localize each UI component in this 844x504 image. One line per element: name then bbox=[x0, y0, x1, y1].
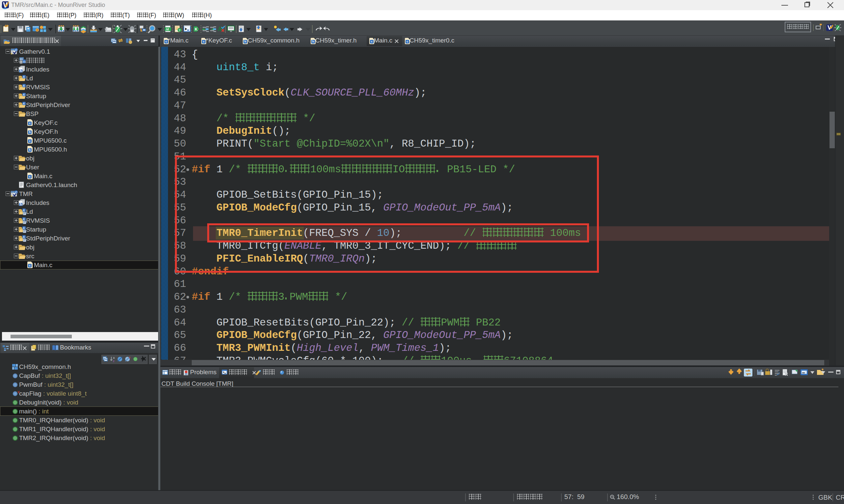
svg-text:C: C bbox=[15, 49, 17, 52]
svg-text:K: K bbox=[195, 27, 198, 32]
svg-text:c: c bbox=[23, 102, 25, 105]
svg-text:c: c bbox=[23, 75, 25, 78]
svg-text:h: h bbox=[20, 203, 22, 206]
svg-text:z: z bbox=[113, 359, 115, 363]
svg-text:h: h bbox=[20, 69, 22, 73]
svg-text:01: 01 bbox=[23, 60, 26, 63]
svg-text:c: c bbox=[23, 217, 25, 221]
svg-text:c: c bbox=[23, 235, 25, 238]
svg-text:.ld: .ld bbox=[165, 28, 169, 31]
svg-text:C: C bbox=[15, 191, 17, 194]
svg-text:c: c bbox=[23, 209, 25, 212]
svg-text:c: c bbox=[23, 93, 25, 96]
svg-text:a: a bbox=[113, 356, 115, 359]
svg-text:?: ? bbox=[179, 29, 181, 32]
svg-text:c: c bbox=[23, 226, 25, 230]
svg-text:c: c bbox=[23, 84, 25, 87]
svg-text:s: s bbox=[129, 356, 130, 359]
